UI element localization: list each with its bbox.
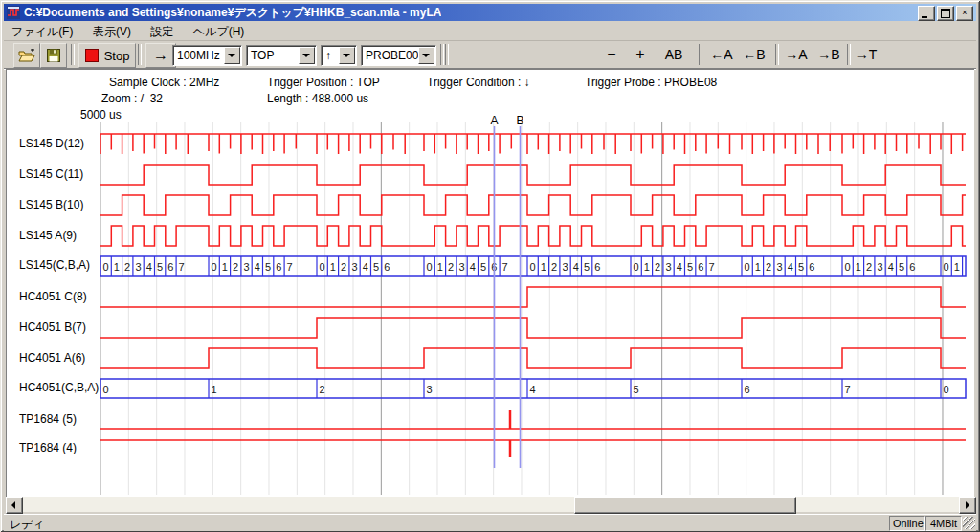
maximize-button[interactable] [937, 6, 954, 21]
menu-view[interactable]: 表示(V) [85, 22, 139, 42]
window-title: C:¥Documents and Settings¥noname¥デスクトップ¥… [24, 5, 441, 21]
toolbar-separator [440, 44, 444, 65]
combo-dropdown-icon[interactable] [418, 47, 434, 64]
zoom-info: Zoom : / 32 [101, 92, 163, 105]
sample-clock-value: 100MHz [177, 49, 220, 62]
stop-label: Stop [104, 49, 130, 63]
set-cursor-a-button[interactable]: →A [781, 43, 812, 66]
combo-dropdown-icon[interactable] [299, 47, 315, 64]
trigger-condition-info: Trigger Condition : ↓ [427, 76, 530, 89]
channel-label: HC4051 B(7) [19, 321, 86, 336]
toolbar: Stop → 100MHz TOP ↑ PROBE00 − + AB ←A [4, 41, 976, 69]
scroll-left-button[interactable] [6, 497, 23, 514]
sample-clock-info: Sample Clock : 2MHz [109, 76, 219, 89]
minimize-icon [922, 16, 927, 18]
save-floppy-icon [47, 49, 60, 62]
titlebar[interactable]: C:¥Documents and Settings¥noname¥デスクトップ¥… [4, 4, 976, 21]
scrollbar-thumb[interactable] [574, 497, 796, 514]
menubar: ファイル(F) 表示(V) 設定 ヘルプ(H) [4, 22, 976, 41]
trigger-position-info: Trigger Position : TOP [267, 76, 380, 89]
channel-label: LS145 C(11) [19, 167, 83, 183]
length-info: Length : 488.000 us [267, 92, 368, 105]
stop-button[interactable]: Stop [78, 43, 136, 68]
close-button[interactable]: × [956, 6, 973, 21]
trigger-probe-info: Trigger Probe : PROBE08 [585, 76, 717, 89]
set-cursor-b-button[interactable]: →B [813, 43, 844, 66]
zoom-in-button[interactable]: + [628, 43, 653, 66]
ab-cursor-button[interactable]: AB [658, 43, 689, 66]
maximize-icon [941, 9, 950, 18]
channel-label: LS145 D(12) [19, 137, 84, 152]
goto-cursor-a-button[interactable]: ←A [706, 43, 737, 66]
trigger-position-value: TOP [251, 49, 274, 62]
status-memory-panel: 4MBit [925, 516, 962, 531]
trigger-position-combo[interactable]: TOP [246, 45, 317, 66]
waveform-client-area: Sample Clock : 2MHz Trigger Position : T… [6, 69, 974, 498]
horizontal-scrollbar[interactable] [6, 497, 974, 512]
menu-settings[interactable]: 設定 [143, 22, 181, 42]
toolbar-separator [445, 44, 449, 65]
goto-cursor-b-button[interactable]: ←B [739, 43, 769, 66]
toolbar-separator [847, 44, 851, 65]
scroll-left-icon [11, 501, 15, 509]
goto-trigger-button[interactable]: →T [852, 43, 880, 66]
save-button[interactable] [40, 43, 67, 68]
status-ready-text: レディ [10, 517, 45, 532]
trigger-edge-value: ↑ [325, 49, 331, 62]
channel-label: HC4051 A(6) [19, 351, 85, 366]
toolbar-separator [71, 44, 75, 65]
channel-label: HC4051 C(8) [19, 290, 87, 305]
combo-dropdown-icon[interactable] [339, 47, 355, 64]
toolbar-separator [699, 44, 702, 65]
channel-label: TP1684 (4) [19, 441, 77, 456]
status-online-panel: Online [889, 516, 925, 531]
scroll-right-button[interactable] [959, 497, 976, 514]
timebase-scale-label: 5000 us [80, 108, 122, 122]
stop-icon [85, 49, 99, 62]
scroll-right-icon [966, 501, 969, 509]
app-icon [7, 6, 20, 19]
open-folder-icon [18, 49, 35, 62]
channel-label: LS145 B(10) [19, 198, 83, 213]
toolbar-separator [775, 44, 779, 65]
menu-help[interactable]: ヘルプ(H) [186, 22, 253, 42]
zoom-out-button[interactable]: − [599, 43, 624, 66]
close-icon: × [962, 8, 967, 17]
trigger-probe-value: PROBE00 [366, 49, 418, 62]
combo-dropdown-icon[interactable] [224, 47, 240, 64]
statusbar: レディ Online 4MBit [4, 514, 976, 531]
trigger-probe-combo[interactable]: PROBE00 [361, 45, 436, 66]
channel-label: LS145(C,B,A) [19, 258, 90, 274]
resize-grip[interactable] [963, 517, 975, 529]
channel-label: HC4051(C,B,A) [19, 381, 99, 396]
minimize-button[interactable] [918, 6, 935, 21]
menu-file[interactable]: ファイル(F) [4, 22, 80, 42]
channel-label: TP1684 (5) [19, 412, 77, 428]
channel-label: LS145 A(9) [19, 229, 77, 244]
toolbar-separator [138, 44, 142, 65]
app-window: C:¥Documents and Settings¥noname¥デスクトップ¥… [0, 0, 980, 532]
sample-clock-combo[interactable]: 100MHz [172, 45, 242, 66]
trigger-edge-combo[interactable]: ↑ [321, 45, 357, 66]
open-button[interactable] [13, 43, 40, 68]
run-arrow-icon: → [153, 47, 168, 64]
